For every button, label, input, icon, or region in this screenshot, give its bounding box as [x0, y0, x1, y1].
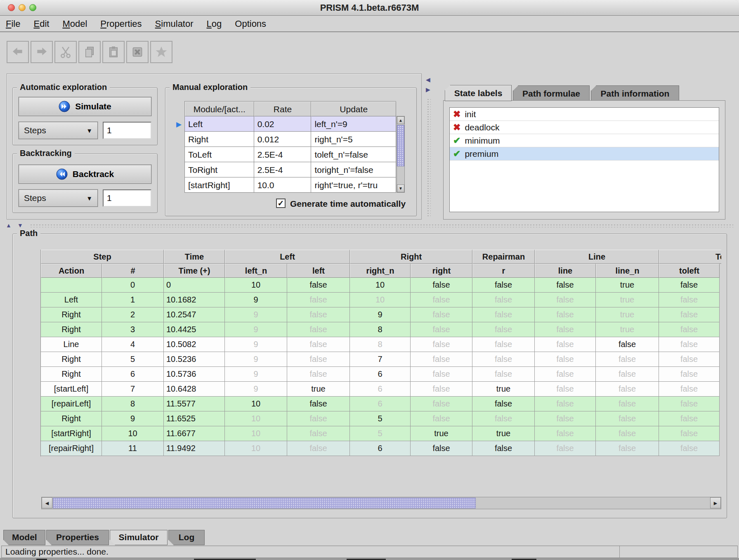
simulate-button[interactable]: Simulate — [19, 97, 151, 116]
collapse-up-icon[interactable]: ▲ — [6, 222, 12, 228]
collapse-left-icon[interactable]: ◀ — [426, 77, 430, 83]
path-step-row[interactable]: Right610.57369false6falsefalsefalsefalse… — [41, 367, 721, 382]
manual-table-scrollbar[interactable]: ▲ ▼ — [397, 116, 405, 193]
manual-transition-row[interactable]: Left0.02left_n'=9 — [185, 116, 396, 132]
path-step-row[interactable]: Left110.16829false10falsefalsefalsetruef… — [41, 293, 721, 307]
cross-icon: ✖ — [453, 109, 460, 120]
menu-item-simulator[interactable]: Simulator — [155, 19, 194, 29]
status-text: Loading properties... done. — [5, 547, 109, 556]
state-label-premium[interactable]: ✔premium — [450, 147, 719, 161]
collapse-down-icon[interactable]: ▼ — [17, 222, 23, 228]
paste-button[interactable] — [102, 41, 125, 63]
path-step-row[interactable]: [startRight]1011.667710false5truetruefal… — [41, 426, 721, 441]
path-group-header: Left — [225, 250, 350, 264]
manual-transition-row[interactable]: ToLeft2.5E-4toleft_n'=false — [185, 147, 396, 162]
path-step-row[interactable]: 0010false10falsefalsefalsetruefalse — [41, 278, 721, 293]
tab-path-information[interactable]: Path information — [591, 85, 679, 101]
backtrack-button[interactable]: Backtrack — [19, 165, 151, 184]
manual-scrollbar-thumb[interactable] — [397, 125, 404, 166]
path-step-row[interactable]: [repairRight]1111.949210false6falsefalse… — [41, 441, 721, 456]
path-group-header: Step — [41, 250, 164, 264]
path-table[interactable]: StepTimeLeftRightRepairmanLineToAction#T… — [40, 250, 721, 456]
state-label-minimum[interactable]: ✔minimum — [450, 134, 719, 147]
auto-steps-combo[interactable]: Steps ▼ — [19, 122, 98, 139]
path-col-header: line_n — [596, 264, 659, 278]
state-label-init[interactable]: ✖init — [450, 108, 719, 121]
auto-steps-input[interactable] — [103, 122, 151, 139]
path-step-row[interactable]: [startLeft]710.64289true6falsetruefalsef… — [41, 382, 721, 397]
generate-time-label: Generate time automatically — [290, 199, 406, 209]
menu-item-model[interactable]: Model — [62, 19, 87, 29]
simulate-label: Simulate — [75, 102, 111, 111]
path-step-row[interactable]: Right510.52369false7falsefalsefalsefalse… — [41, 352, 721, 367]
menu-bar: FileEditModelPropertiesSimulatorLogOptio… — [0, 16, 739, 32]
menu-item-log[interactable]: Log — [207, 19, 222, 29]
menu-item-properties[interactable]: Properties — [100, 19, 142, 29]
scroll-right-icon[interactable]: ▶ — [710, 497, 721, 508]
bottom-tab-log[interactable]: Log — [168, 530, 205, 545]
delete-icon — [131, 45, 144, 59]
path-step-row[interactable]: Line410.50829false8falsefalsefalsefalsef… — [41, 337, 721, 352]
generate-time-checkbox[interactable]: ✓ — [276, 198, 286, 208]
redo-button[interactable] — [31, 41, 53, 63]
tab-path-formulae[interactable]: Path formulae — [513, 85, 590, 101]
path-group-header: Line — [535, 250, 659, 264]
scroll-down-icon[interactable]: ▼ — [397, 184, 404, 192]
path-title: Path — [17, 229, 40, 238]
manual-transition-row[interactable]: Right0.012right_n'=5 — [185, 132, 396, 147]
menu-item-options[interactable]: Options — [235, 19, 266, 29]
toolbar — [0, 33, 739, 71]
manual-exploration-group: Manual exploration ▶ Module/[act...RateU… — [165, 87, 417, 216]
manual-transition-row[interactable]: ToRight2.5E-4toright_n'=false — [185, 162, 396, 177]
path-step-row[interactable]: [repairLeft]811.557710false6falsefalsefa… — [41, 397, 721, 411]
path-col-header: right_n — [350, 264, 411, 278]
menu-item-file[interactable]: File — [6, 19, 20, 29]
bottom-tab-simulator[interactable]: Simulator — [110, 530, 168, 545]
path-col-header: r — [472, 264, 535, 278]
copy-button[interactable] — [78, 41, 101, 63]
vertical-splitter[interactable]: ◀ ▶ — [426, 73, 432, 220]
path-col-header: # — [102, 264, 164, 278]
scroll-up-icon[interactable]: ▲ — [397, 116, 404, 124]
status-bar: Loading properties... done. — [1, 546, 738, 558]
bottom-tab-model[interactable]: Model — [3, 530, 45, 545]
cross-icon: ✖ — [453, 122, 460, 133]
path-group-header: To — [659, 250, 721, 264]
path-col-header: Action — [41, 264, 102, 278]
horizontal-splitter[interactable]: ▲ ▼ — [3, 222, 736, 229]
path-group-header: Time — [164, 250, 225, 264]
state-label-deadlock[interactable]: ✖deadlock — [450, 121, 719, 134]
manual-transition-row[interactable]: [startRight]10.0right'=true, r'=tru — [185, 177, 396, 193]
selected-transition-arrow-icon: ▶ — [176, 120, 182, 129]
path-col-header: Time (+) — [164, 264, 225, 278]
state-labels-list[interactable]: ✖init✖deadlock✔minimum✔premium — [449, 107, 719, 212]
collapse-right-icon[interactable]: ▶ — [426, 87, 430, 92]
star-button[interactable] — [150, 41, 172, 63]
path-scrollbar-thumb[interactable] — [53, 498, 476, 508]
undo-icon — [11, 45, 24, 59]
simulate-icon — [59, 101, 70, 112]
backtrack-label: Backtrack — [73, 169, 114, 179]
chevron-down-icon: ▼ — [86, 195, 92, 202]
copy-icon — [83, 45, 96, 59]
path-step-row[interactable]: Right911.652510false5falsefalsefalsefals… — [41, 411, 721, 426]
manual-exploration-table[interactable]: Module/[act...RateUpdateLeft0.02left_n'=… — [184, 101, 396, 193]
scroll-left-icon[interactable]: ◀ — [42, 497, 52, 508]
path-table-hscrollbar[interactable]: ◀ ▶ — [41, 497, 721, 509]
bottom-tab-properties[interactable]: Properties — [46, 530, 109, 545]
backtrack-steps-combo[interactable]: Steps ▼ — [19, 189, 98, 207]
delete-button[interactable] — [126, 41, 149, 63]
path-group-header: Right — [350, 250, 472, 264]
undo-button[interactable] — [7, 41, 29, 63]
tab-state-labels[interactable]: State labels — [445, 85, 512, 101]
cut-button[interactable] — [54, 41, 77, 63]
path-col-header: left_n — [225, 264, 287, 278]
window-title: PRISM 4.1.beta.r6673M — [0, 0, 739, 16]
path-step-row[interactable]: Right210.25479false9falsefalsefalsetruef… — [41, 307, 721, 322]
backtrack-steps-input[interactable] — [103, 189, 151, 207]
backtracking-group: Backtracking Backtrack Steps ▼ — [12, 154, 158, 213]
prism-window: PRISM 4.1.beta.r6673M FileEditModelPrope… — [0, 0, 739, 560]
path-step-row[interactable]: Right310.44259false8falsefalsefalsetruef… — [41, 322, 721, 337]
menu-item-edit[interactable]: Edit — [33, 19, 49, 29]
status-divider — [619, 546, 620, 558]
